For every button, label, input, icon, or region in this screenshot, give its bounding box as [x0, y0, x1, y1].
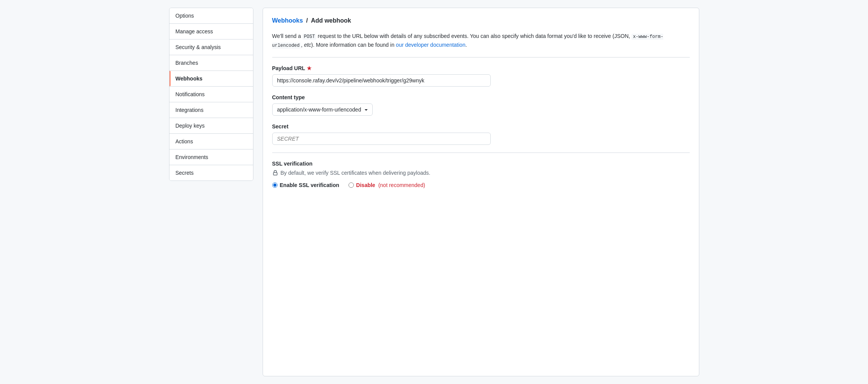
breadcrumb-link[interactable]: Webhooks	[272, 17, 303, 24]
required-star: ★	[307, 65, 312, 71]
sidebar-item-webhooks[interactable]: Webhooks	[169, 71, 253, 87]
secret-label: Secret	[272, 123, 690, 130]
ssl-divider	[272, 153, 690, 153]
sidebar: OptionsManage accessSecurity & analysisB…	[169, 8, 253, 181]
sidebar-item-options[interactable]: Options	[169, 8, 253, 24]
ssl-disable-radio[interactable]	[349, 182, 354, 188]
payload-url-group: Payload URL★	[272, 65, 690, 87]
sidebar-item-manage-access[interactable]: Manage access	[169, 24, 253, 39]
ssl-enable-label: Enable SSL verification	[280, 182, 339, 188]
sidebar-item-security-analysis[interactable]: Security & analysis	[169, 39, 253, 55]
sidebar-item-notifications[interactable]: Notifications	[169, 87, 253, 102]
ssl-disable-option[interactable]: Disable (not recommended)	[349, 182, 425, 188]
description-text: We'll send a POST request to the URL bel…	[272, 32, 690, 49]
payload-url-label: Payload URL★	[272, 65, 690, 71]
sidebar-item-integrations[interactable]: Integrations	[169, 102, 253, 118]
sidebar-item-deploy-keys[interactable]: Deploy keys	[169, 118, 253, 134]
sidebar-item-environments[interactable]: Environments	[169, 149, 253, 165]
ssl-not-recommended: (not recommended)	[378, 182, 425, 188]
content-type-select[interactable]: application/x-www-form-urlencodedapplica…	[272, 103, 373, 116]
ssl-enable-option[interactable]: Enable SSL verification	[272, 182, 339, 188]
breadcrumb-current: Add webhook	[311, 17, 351, 24]
lock-icon	[272, 170, 278, 176]
sidebar-item-actions[interactable]: Actions	[169, 134, 253, 149]
section-divider	[272, 57, 690, 57]
sidebar-item-secrets[interactable]: Secrets	[169, 165, 253, 181]
payload-url-input[interactable]	[272, 74, 491, 87]
secret-group: Secret	[272, 123, 690, 145]
developer-docs-link[interactable]: our developer documentation	[396, 42, 465, 48]
ssl-enable-radio[interactable]	[272, 182, 278, 188]
ssl-description-text: By default, we verify SSL certificates w…	[281, 170, 431, 176]
content-type-label: Content type	[272, 94, 690, 100]
breadcrumb: Webhooks / Add webhook	[272, 17, 690, 24]
content-type-group: Content type application/x-www-form-urle…	[272, 94, 690, 116]
breadcrumb-separator: /	[306, 17, 308, 24]
sidebar-item-branches[interactable]: Branches	[169, 55, 253, 71]
ssl-options: Enable SSL verification Disable (not rec…	[272, 182, 690, 188]
ssl-description: By default, we verify SSL certificates w…	[272, 170, 690, 176]
main-content: Webhooks / Add webhook We'll send a POST…	[263, 8, 699, 376]
ssl-disable-label: Disable	[356, 182, 375, 188]
ssl-group: SSL verification By default, we verify S…	[272, 161, 690, 188]
secret-input[interactable]	[272, 133, 491, 145]
ssl-title: SSL verification	[272, 161, 690, 167]
